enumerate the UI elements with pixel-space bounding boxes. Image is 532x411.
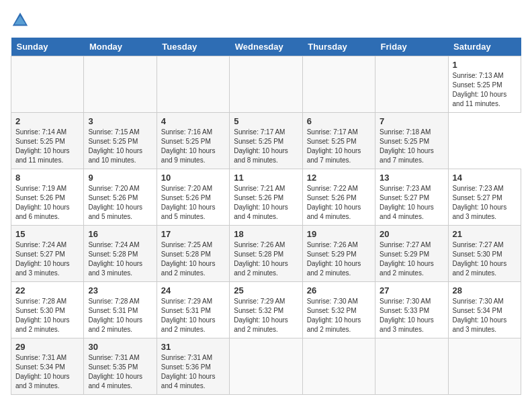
day-number: 10 bbox=[161, 173, 225, 183]
day-number: 13 bbox=[380, 173, 443, 183]
day-number: 9 bbox=[88, 173, 152, 183]
day-number: 22 bbox=[15, 285, 79, 295]
day-number: 1 bbox=[453, 60, 517, 70]
day-info: Sunrise: 7:22 AM Sunset: 5:26 PM Dayligh… bbox=[307, 184, 371, 222]
calendar-cell: 7Sunrise: 7:18 AM Sunset: 5:25 PM Daylig… bbox=[375, 113, 448, 169]
calendar-cell bbox=[84, 56, 157, 113]
calendar-cell bbox=[448, 338, 521, 395]
day-number: 21 bbox=[453, 229, 517, 239]
calendar-cell: 19Sunrise: 7:26 AM Sunset: 5:29 PM Dayli… bbox=[302, 226, 375, 282]
day-info: Sunrise: 7:30 AM Sunset: 5:32 PM Dayligh… bbox=[307, 297, 371, 334]
day-number: 19 bbox=[307, 229, 371, 239]
calendar-cell: 14Sunrise: 7:23 AM Sunset: 5:27 PM Dayli… bbox=[448, 169, 521, 226]
calendar-cell: 29Sunrise: 7:31 AM Sunset: 5:34 PM Dayli… bbox=[11, 338, 84, 395]
calendar-week-row: 2Sunrise: 7:14 AM Sunset: 5:25 PM Daylig… bbox=[11, 113, 521, 169]
calendar-week-row: 8Sunrise: 7:19 AM Sunset: 5:26 PM Daylig… bbox=[11, 169, 521, 226]
calendar-cell: 25Sunrise: 7:29 AM Sunset: 5:32 PM Dayli… bbox=[230, 282, 302, 338]
calendar-week-row: 22Sunrise: 7:28 AM Sunset: 5:30 PM Dayli… bbox=[11, 282, 521, 338]
day-info: Sunrise: 7:31 AM Sunset: 5:34 PM Dayligh… bbox=[15, 353, 79, 391]
calendar-cell: 10Sunrise: 7:20 AM Sunset: 5:26 PM Dayli… bbox=[157, 169, 229, 226]
header-tuesday: Tuesday bbox=[157, 38, 229, 56]
day-info: Sunrise: 7:26 AM Sunset: 5:29 PM Dayligh… bbox=[307, 240, 371, 278]
day-number: 29 bbox=[15, 342, 79, 352]
calendar-cell bbox=[375, 56, 448, 113]
header-thursday: Thursday bbox=[302, 38, 375, 56]
calendar-week-row: 1Sunrise: 7:13 AM Sunset: 5:25 PM Daylig… bbox=[11, 56, 521, 113]
day-info: Sunrise: 7:25 AM Sunset: 5:28 PM Dayligh… bbox=[161, 240, 225, 278]
calendar-cell: 5Sunrise: 7:17 AM Sunset: 5:25 PM Daylig… bbox=[230, 113, 302, 169]
calendar-cell bbox=[157, 56, 229, 113]
calendar-cell bbox=[230, 338, 302, 395]
day-info: Sunrise: 7:31 AM Sunset: 5:36 PM Dayligh… bbox=[161, 353, 225, 391]
day-info: Sunrise: 7:29 AM Sunset: 5:31 PM Dayligh… bbox=[161, 297, 225, 334]
calendar-cell: 9Sunrise: 7:20 AM Sunset: 5:26 PM Daylig… bbox=[84, 169, 157, 226]
day-number: 7 bbox=[380, 116, 443, 126]
calendar-cell: 23Sunrise: 7:28 AM Sunset: 5:31 PM Dayli… bbox=[84, 282, 157, 338]
calendar-cell: 3Sunrise: 7:15 AM Sunset: 5:25 PM Daylig… bbox=[84, 113, 157, 169]
page-header bbox=[11, 11, 521, 30]
day-info: Sunrise: 7:18 AM Sunset: 5:25 PM Dayligh… bbox=[380, 128, 443, 165]
day-number: 4 bbox=[161, 116, 225, 126]
calendar-cell: 22Sunrise: 7:28 AM Sunset: 5:30 PM Dayli… bbox=[11, 282, 84, 338]
day-info: Sunrise: 7:27 AM Sunset: 5:29 PM Dayligh… bbox=[380, 240, 443, 278]
calendar-cell: 21Sunrise: 7:27 AM Sunset: 5:30 PM Dayli… bbox=[448, 226, 521, 282]
day-number: 11 bbox=[234, 173, 298, 183]
header-saturday: Saturday bbox=[448, 38, 521, 56]
day-number: 28 bbox=[453, 285, 517, 295]
calendar-cell: 6Sunrise: 7:17 AM Sunset: 5:25 PM Daylig… bbox=[302, 113, 375, 169]
day-number: 12 bbox=[307, 173, 371, 183]
day-info: Sunrise: 7:16 AM Sunset: 5:25 PM Dayligh… bbox=[161, 128, 225, 165]
calendar-cell: 27Sunrise: 7:30 AM Sunset: 5:33 PM Dayli… bbox=[375, 282, 448, 338]
calendar-week-row: 15Sunrise: 7:24 AM Sunset: 5:27 PM Dayli… bbox=[11, 226, 521, 282]
day-info: Sunrise: 7:20 AM Sunset: 5:26 PM Dayligh… bbox=[88, 184, 152, 222]
calendar-cell: 8Sunrise: 7:19 AM Sunset: 5:26 PM Daylig… bbox=[11, 169, 84, 226]
day-number: 15 bbox=[15, 229, 79, 239]
day-number: 25 bbox=[234, 285, 298, 295]
calendar-cell: 28Sunrise: 7:30 AM Sunset: 5:34 PM Dayli… bbox=[448, 282, 521, 338]
day-number: 8 bbox=[15, 173, 79, 183]
header-friday: Friday bbox=[375, 38, 448, 56]
day-info: Sunrise: 7:28 AM Sunset: 5:31 PM Dayligh… bbox=[88, 297, 152, 334]
calendar-cell: 26Sunrise: 7:30 AM Sunset: 5:32 PM Dayli… bbox=[302, 282, 375, 338]
day-number: 23 bbox=[88, 285, 152, 295]
day-number: 24 bbox=[161, 285, 225, 295]
calendar-cell bbox=[302, 56, 375, 113]
day-info: Sunrise: 7:14 AM Sunset: 5:25 PM Dayligh… bbox=[15, 128, 79, 165]
day-number: 18 bbox=[234, 229, 298, 239]
day-info: Sunrise: 7:19 AM Sunset: 5:26 PM Dayligh… bbox=[15, 184, 79, 222]
calendar-cell: 17Sunrise: 7:25 AM Sunset: 5:28 PM Dayli… bbox=[157, 226, 229, 282]
header-monday: Monday bbox=[84, 38, 157, 56]
day-info: Sunrise: 7:29 AM Sunset: 5:32 PM Dayligh… bbox=[234, 297, 298, 334]
calendar-cell bbox=[11, 56, 84, 113]
day-number: 3 bbox=[88, 116, 152, 126]
day-info: Sunrise: 7:24 AM Sunset: 5:27 PM Dayligh… bbox=[15, 240, 79, 278]
day-info: Sunrise: 7:27 AM Sunset: 5:30 PM Dayligh… bbox=[453, 240, 517, 278]
day-number: 30 bbox=[88, 342, 152, 352]
day-number: 6 bbox=[307, 116, 371, 126]
calendar-cell: 18Sunrise: 7:26 AM Sunset: 5:28 PM Dayli… bbox=[230, 226, 302, 282]
day-info: Sunrise: 7:20 AM Sunset: 5:26 PM Dayligh… bbox=[161, 184, 225, 222]
day-number: 14 bbox=[453, 173, 517, 183]
day-number: 26 bbox=[307, 285, 371, 295]
logo-icon bbox=[11, 11, 30, 30]
logo bbox=[11, 11, 32, 30]
day-number: 2 bbox=[15, 116, 79, 126]
header-wednesday: Wednesday bbox=[230, 38, 302, 56]
calendar-cell: 31Sunrise: 7:31 AM Sunset: 5:36 PM Dayli… bbox=[157, 338, 229, 395]
calendar-cell bbox=[375, 338, 448, 395]
day-info: Sunrise: 7:15 AM Sunset: 5:25 PM Dayligh… bbox=[88, 128, 152, 165]
calendar-cell: 1Sunrise: 7:13 AM Sunset: 5:25 PM Daylig… bbox=[448, 56, 521, 113]
calendar-week-row: 29Sunrise: 7:31 AM Sunset: 5:34 PM Dayli… bbox=[11, 338, 521, 395]
day-info: Sunrise: 7:30 AM Sunset: 5:33 PM Dayligh… bbox=[380, 297, 443, 334]
day-number: 17 bbox=[161, 229, 225, 239]
calendar-header-row: SundayMondayTuesdayWednesdayThursdayFrid… bbox=[11, 38, 521, 56]
day-info: Sunrise: 7:24 AM Sunset: 5:28 PM Dayligh… bbox=[88, 240, 152, 278]
calendar-table: SundayMondayTuesdayWednesdayThursdayFrid… bbox=[11, 38, 521, 395]
day-info: Sunrise: 7:31 AM Sunset: 5:35 PM Dayligh… bbox=[88, 353, 152, 391]
header-sunday: Sunday bbox=[11, 38, 84, 56]
day-info: Sunrise: 7:26 AM Sunset: 5:28 PM Dayligh… bbox=[234, 240, 298, 278]
day-info: Sunrise: 7:13 AM Sunset: 5:25 PM Dayligh… bbox=[453, 71, 517, 109]
day-info: Sunrise: 7:28 AM Sunset: 5:30 PM Dayligh… bbox=[15, 297, 79, 334]
calendar-cell: 12Sunrise: 7:22 AM Sunset: 5:26 PM Dayli… bbox=[302, 169, 375, 226]
day-info: Sunrise: 7:30 AM Sunset: 5:34 PM Dayligh… bbox=[453, 297, 517, 334]
